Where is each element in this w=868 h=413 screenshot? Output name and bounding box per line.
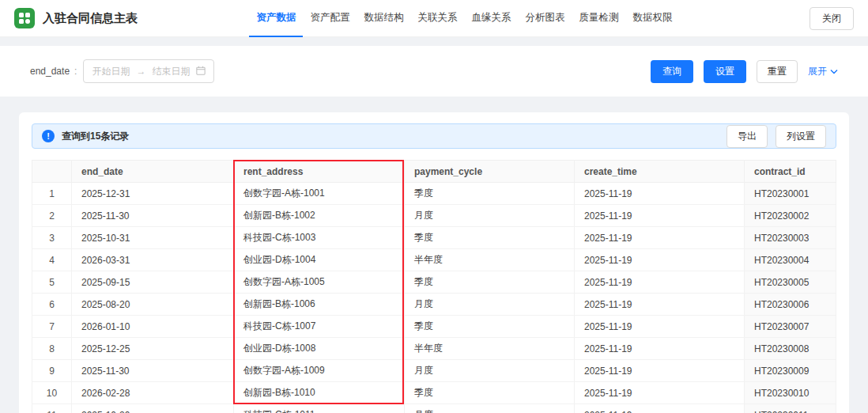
cell-payment_cycle: 季度: [405, 271, 575, 294]
cell-contract_id: HT20230007: [745, 316, 836, 338]
cell-rent_address: 创数字园-A栋-1009: [234, 360, 405, 382]
tab-质量检测[interactable]: 质量检测: [572, 0, 625, 37]
cell-contract_id: HT20230006: [745, 294, 836, 316]
cell-contract_id: HT20230010: [745, 382, 836, 404]
row-index: 9: [32, 360, 72, 382]
row-index: 1: [32, 183, 72, 205]
cell-end_date: 2026-03-31: [72, 249, 234, 271]
row-index: 5: [32, 271, 72, 294]
query-button[interactable]: 查询: [651, 60, 693, 83]
cell-rent_address: 创业园-D栋-1008: [234, 338, 405, 360]
brand: 入驻合同信息主表: [14, 8, 138, 28]
cell-create_time: 2025-11-19: [575, 205, 745, 227]
header-create-time: create_time: [575, 161, 745, 183]
start-date-placeholder[interactable]: 开始日期: [92, 65, 130, 78]
cell-rent_address: 创数字园-A栋-1001: [234, 183, 405, 205]
data-table-wrap: end_date rent_address payment_cycle crea…: [32, 160, 836, 413]
chevron-down-icon: [830, 66, 838, 77]
result-actions: 导出 列设置: [726, 125, 826, 148]
row-index: 3: [32, 227, 72, 249]
cell-contract_id: HT20230009: [745, 360, 836, 382]
cell-create_time: 2025-11-19: [575, 382, 745, 404]
column-settings-button[interactable]: 列设置: [776, 125, 826, 148]
cell-payment_cycle: 季度: [405, 316, 575, 338]
cell-contract_id: HT20230001: [745, 183, 836, 205]
cell-payment_cycle: 季度: [405, 227, 575, 249]
expand-label: 展开: [808, 65, 827, 78]
filter-field-label: end_date: [30, 66, 70, 77]
export-button[interactable]: 导出: [726, 125, 768, 148]
data-table: end_date rent_address payment_cycle crea…: [32, 160, 836, 413]
cell-create_time: 2025-11-19: [575, 183, 745, 205]
cell-payment_cycle: 月度: [405, 360, 575, 382]
header-end-date: end_date: [72, 161, 234, 183]
cell-rent_address: 科技园-C栋-1011: [234, 404, 405, 413]
calendar-icon: [196, 66, 206, 78]
filter-separator: :: [74, 66, 77, 77]
app-logo-icon: [14, 8, 35, 28]
cell-create_time: 2025-11-19: [575, 271, 745, 294]
date-range-picker[interactable]: 开始日期 → 结束日期: [83, 59, 214, 83]
cell-contract_id: HT20230002: [745, 205, 836, 227]
tab-资产数据[interactable]: 资产数据: [249, 0, 303, 37]
info-icon: !: [42, 130, 55, 142]
header-index: [32, 161, 72, 183]
table-row: 12025-12-31创数字园-A栋-1001季度2025-11-19HT202…: [32, 183, 836, 205]
tab-关联关系[interactable]: 关联关系: [410, 0, 464, 37]
cell-end_date: 2025-08-20: [72, 294, 234, 316]
cell-rent_address: 创数字园-A栋-1005: [234, 271, 405, 294]
page-title: 入驻合同信息主表: [43, 11, 138, 26]
row-index: 6: [32, 294, 72, 316]
tab-血缘关系[interactable]: 血缘关系: [464, 0, 518, 37]
row-index: 2: [32, 205, 72, 227]
result-card: ! 查询到15条记录 导出 列设置 end_date rent_address …: [19, 112, 849, 413]
header-payment-cycle: payment_cycle: [405, 161, 575, 183]
cell-end_date: 2025-11-30: [72, 360, 234, 382]
table-row: 32025-10-31科技园-C栋-1003季度2025-11-19HT2023…: [32, 227, 836, 249]
table-row: 72026-01-10科技园-C栋-1007季度2025-11-19HT2023…: [32, 316, 836, 338]
table-row: 102026-02-28创新园-B栋-1010季度2025-11-19HT202…: [32, 382, 836, 404]
cell-contract_id: HT20230003: [745, 227, 836, 249]
cell-rent_address: 科技园-C栋-1003: [234, 227, 405, 249]
cell-create_time: 2025-11-19: [575, 338, 745, 360]
end-date-placeholder[interactable]: 结束日期: [152, 65, 190, 78]
close-button[interactable]: 关闭: [810, 7, 854, 30]
table-row: 112025-10-20科技园-C栋-1011月度2025-11-19HT202…: [32, 404, 836, 413]
cell-payment_cycle: 季度: [405, 183, 575, 205]
cell-create_time: 2025-11-19: [575, 249, 745, 271]
filter-bar: end_date : 开始日期 → 结束日期 查询 设置 重置 展开: [0, 46, 868, 97]
cell-end_date: 2025-10-20: [72, 404, 234, 413]
tab-数据权限[interactable]: 数据权限: [625, 0, 679, 37]
cell-create_time: 2025-11-19: [575, 227, 745, 249]
cell-payment_cycle: 半年度: [405, 249, 575, 271]
cell-rent_address: 科技园-C栋-1007: [234, 316, 405, 338]
cell-contract_id: HT20230004: [745, 249, 836, 271]
tab-资产配置[interactable]: 资产配置: [303, 0, 357, 37]
table-body: 12025-12-31创数字园-A栋-1001季度2025-11-19HT202…: [32, 183, 836, 413]
cell-rent_address: 创新园-B栋-1006: [234, 294, 405, 316]
table-row: 42026-03-31创业园-D栋-1004半年度2025-11-19HT202…: [32, 249, 836, 271]
tab-分析图表[interactable]: 分析图表: [518, 0, 572, 37]
cell-payment_cycle: 月度: [405, 205, 575, 227]
table-row: 22025-11-30创新园-B栋-1002月度2025-11-19HT2023…: [32, 205, 836, 227]
tab-bar: 资产数据资产配置数据结构关联关系血缘关系分析图表质量检测数据权限: [249, 0, 679, 37]
cell-payment_cycle: 半年度: [405, 338, 575, 360]
row-index: 7: [32, 316, 72, 338]
header-contract-id: contract_id: [745, 161, 836, 183]
cell-payment_cycle: 月度: [405, 294, 575, 316]
cell-contract_id: HT20230008: [745, 338, 836, 360]
table-row: 62025-08-20创新园-B栋-1006月度2025-11-19HT2023…: [32, 294, 836, 316]
cell-rent_address: 创业园-D栋-1004: [234, 249, 405, 271]
cell-rent_address: 创新园-B栋-1010: [234, 382, 405, 404]
row-index: 4: [32, 249, 72, 271]
result-summary: 查询到15条记录: [62, 130, 129, 143]
tab-数据结构[interactable]: 数据结构: [357, 0, 410, 37]
reset-button[interactable]: 重置: [757, 60, 798, 83]
table-row: 52025-09-15创数字园-A栋-1005季度2025-11-19HT202…: [32, 271, 836, 294]
settings-button[interactable]: 设置: [704, 60, 746, 83]
cell-end_date: 2025-11-30: [72, 205, 234, 227]
range-arrow: →: [136, 66, 145, 77]
cell-end_date: 2026-01-10: [72, 316, 234, 338]
cell-create_time: 2025-11-19: [575, 360, 745, 382]
expand-toggle[interactable]: 展开: [808, 65, 838, 78]
